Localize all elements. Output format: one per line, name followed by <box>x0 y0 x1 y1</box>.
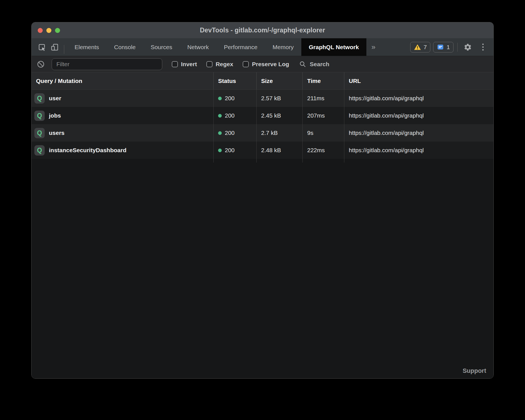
more-options-kebab-icon[interactable] <box>477 41 489 53</box>
status-dot <box>218 149 222 152</box>
size-text: 2.7 kB <box>257 124 303 142</box>
warning-triangle-icon <box>414 44 421 51</box>
tab-network[interactable]: Network <box>180 38 216 56</box>
support-link[interactable]: Support <box>463 367 486 374</box>
issues-badge[interactable]: 1 <box>433 42 454 52</box>
status-text: 200 <box>225 112 235 119</box>
column-header-time[interactable]: Time <box>303 72 344 89</box>
traffic-lights <box>38 22 60 38</box>
toolbar-right-icons: 7 1 <box>410 38 493 56</box>
url-text: https://gitlab.com/api/graphql <box>344 142 493 159</box>
invert-checkbox[interactable] <box>172 61 178 67</box>
status-dot <box>218 97 222 100</box>
column-header-size[interactable]: Size <box>257 72 303 89</box>
size-text: 2.45 kB <box>257 107 303 124</box>
time-text: 207ms <box>303 107 344 124</box>
status-dot <box>218 131 222 135</box>
column-header-url[interactable]: URL <box>344 72 493 89</box>
size-text: 2.57 kB <box>257 90 303 107</box>
table-header: Query / Mutation Status Size Time URL <box>32 72 493 90</box>
query-type-badge: Q <box>34 111 45 121</box>
issues-count: 1 <box>447 44 450 51</box>
toolbar-divider <box>64 45 64 54</box>
preserve-log-group: Preserve Log <box>243 61 289 68</box>
regex-checkbox[interactable] <box>206 61 213 67</box>
status-text: 200 <box>225 130 235 136</box>
empty-content-area: Support <box>32 163 493 378</box>
query-type-badge: Q <box>34 93 45 104</box>
regex-filter-group: Regex <box>206 61 233 68</box>
issues-message-icon <box>437 44 444 51</box>
filter-bar: Invert Regex Preserve Log Search <box>32 56 493 72</box>
query-name: users <box>49 130 65 136</box>
window-title: DevTools - gitlab.com/-/graphql-explorer <box>200 27 325 34</box>
search-label: Search <box>310 61 329 68</box>
warnings-badge[interactable]: 7 <box>410 42 431 52</box>
invert-filter-group: Invert <box>172 61 197 68</box>
devtools-toolbar: Elements Console Sources Network Perform… <box>32 38 493 56</box>
time-text: 211ms <box>303 90 344 107</box>
query-type-badge: Q <box>34 145 45 156</box>
device-toolbar-icon[interactable] <box>48 41 61 54</box>
toolbar-divider <box>457 43 458 52</box>
time-text: 9s <box>303 124 344 142</box>
table-row[interactable]: Q jobs 200 2.45 kB 207ms https://gitlab.… <box>32 107 493 124</box>
status-text: 200 <box>225 95 235 102</box>
column-header-query-mutation[interactable]: Query / Mutation <box>32 72 214 89</box>
minimize-window-button[interactable] <box>46 28 51 33</box>
devtools-window: DevTools - gitlab.com/-/graphql-explorer… <box>31 22 494 379</box>
url-text: https://gitlab.com/api/graphql <box>344 124 493 142</box>
invert-label: Invert <box>181 61 197 68</box>
search-icon <box>299 61 306 68</box>
tab-strip: Elements Console Sources Network Perform… <box>67 38 381 56</box>
settings-gear-icon[interactable] <box>462 41 474 53</box>
toolbar-left-icons <box>32 38 67 56</box>
preserve-log-label: Preserve Log <box>252 61 289 68</box>
regex-label: Regex <box>216 61 233 68</box>
table-row[interactable]: Q user 200 2.57 kB 211ms https://gitlab.… <box>32 90 493 107</box>
url-text: https://gitlab.com/api/graphql <box>344 90 493 107</box>
inspect-element-icon[interactable] <box>35 41 48 54</box>
table-row[interactable]: Q instanceSecurityDashboard 200 2.48 kB … <box>32 142 493 159</box>
tab-elements[interactable]: Elements <box>67 38 107 56</box>
filter-input[interactable] <box>52 58 162 70</box>
status-dot <box>218 114 222 118</box>
tab-performance[interactable]: Performance <box>216 38 265 56</box>
query-type-badge: Q <box>34 128 45 138</box>
clear-log-block-icon[interactable] <box>36 59 46 69</box>
url-text: https://gitlab.com/api/graphql <box>344 107 493 124</box>
search-control[interactable]: Search <box>299 61 329 68</box>
close-window-button[interactable] <box>38 28 43 33</box>
more-tabs-chevron-icon[interactable]: » <box>366 38 380 56</box>
status-text: 200 <box>225 147 235 154</box>
preserve-log-checkbox[interactable] <box>243 61 249 67</box>
column-header-status[interactable]: Status <box>214 72 257 89</box>
zoom-window-button[interactable] <box>55 28 60 33</box>
tab-console[interactable]: Console <box>107 38 143 56</box>
size-text: 2.48 kB <box>257 142 303 159</box>
title-bar: DevTools - gitlab.com/-/graphql-explorer <box>32 22 493 38</box>
tab-memory[interactable]: Memory <box>265 38 301 56</box>
tab-graphql-network[interactable]: GraphQL Network <box>301 38 366 56</box>
time-text: 222ms <box>303 142 344 159</box>
query-name: jobs <box>49 112 61 119</box>
table-row[interactable]: Q users 200 2.7 kB 9s https://gitlab.com… <box>32 124 493 142</box>
column-divider-stubs <box>32 159 493 163</box>
tab-sources[interactable]: Sources <box>143 38 180 56</box>
query-name: instanceSecurityDashboard <box>49 147 127 154</box>
warnings-count: 7 <box>424 44 427 51</box>
query-name: user <box>49 95 61 102</box>
